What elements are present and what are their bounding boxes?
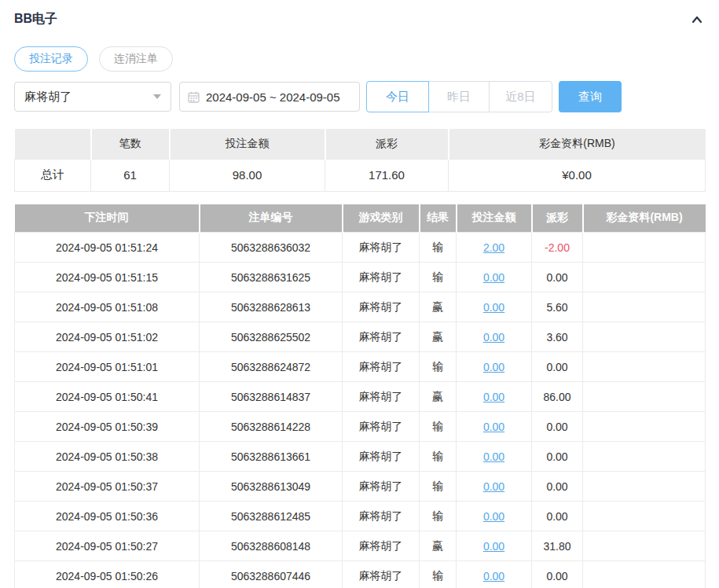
- result-cell: 输: [420, 263, 457, 292]
- bet-amount-link[interactable]: 0.00: [483, 480, 504, 493]
- bet-amount-link[interactable]: 0.00: [483, 421, 504, 433]
- table-row: 2024-09-05 01:51:08 5063288628613 麻将胡了 赢…: [15, 292, 706, 322]
- bonus-cell: [583, 412, 706, 442]
- table-row: 2024-09-05 01:51:01 5063288624872 麻将胡了 输…: [15, 352, 706, 382]
- header-payout: 派彩: [532, 204, 583, 233]
- today-button[interactable]: 今日: [366, 81, 429, 112]
- record-tabs: 投注记录 连消注单: [14, 46, 705, 72]
- payout-cell: 0.00: [532, 442, 583, 472]
- payout-cell: -2.00: [532, 233, 583, 263]
- tab-betting-records[interactable]: 投注记录: [14, 46, 88, 72]
- bonus-cell: [583, 263, 706, 292]
- bet-time-cell: 2024-09-05 01:50:36: [15, 502, 200, 531]
- collapse-button[interactable]: [689, 12, 705, 28]
- header-bet-amount: 投注金额: [457, 204, 532, 233]
- table-row: 2024-09-05 01:51:15 5063288631625 麻将胡了 输…: [15, 263, 706, 292]
- summary-total-label: 总计: [15, 159, 91, 191]
- date-range-picker[interactable]: 2024-09-05 ~ 2024-09-05: [179, 82, 360, 112]
- filter-bar: 麻将胡了 2024-09-05 ~ 2024-09-05 今日 昨日 近8日 查…: [14, 81, 705, 112]
- bet-amount-cell: 0.00: [457, 412, 532, 442]
- game-select[interactable]: 麻将胡了: [14, 82, 171, 112]
- bet-amount-link[interactable]: 0.00: [483, 450, 504, 463]
- bonus-cell: [583, 292, 706, 322]
- bet-records-table: 下注时间 注单编号 游戏类别 结果 投注金额 派彩 彩金资料(RMB) 2024…: [14, 204, 706, 588]
- table-row: 2024-09-05 01:50:26 5063288607446 麻将胡了 输…: [15, 561, 706, 588]
- result-cell: 输: [420, 472, 457, 502]
- bet-time-cell: 2024-09-05 01:50:38: [15, 442, 200, 472]
- result-cell: 赢: [420, 382, 457, 412]
- result-cell: 输: [420, 561, 457, 588]
- order-number-cell: 5063288625502: [200, 322, 343, 352]
- bet-amount-link[interactable]: 0.00: [483, 391, 504, 403]
- order-number-cell: 5063288628613: [200, 292, 343, 322]
- bet-amount-cell: 0.00: [457, 292, 532, 322]
- payout-cell: 0.00: [532, 502, 583, 531]
- order-number-cell: 5063288613661: [200, 442, 343, 472]
- bet-amount-link[interactable]: 0.00: [483, 301, 504, 314]
- bet-time-cell: 2024-09-05 01:50:39: [15, 412, 200, 442]
- order-number-cell: 5063288614837: [200, 382, 343, 412]
- bonus-cell: [583, 472, 706, 502]
- bet-amount-link[interactable]: 0.00: [483, 570, 504, 582]
- result-cell: 赢: [420, 292, 457, 322]
- result-cell: 输: [420, 502, 457, 531]
- game-type-cell: 麻将胡了: [343, 561, 420, 588]
- table-row: 2024-09-05 01:50:27 5063288608148 麻将胡了 赢…: [15, 531, 706, 561]
- calendar-icon: [188, 91, 200, 103]
- order-number-cell: 5063288608148: [200, 531, 343, 561]
- header-bet-time: 下注时间: [15, 204, 200, 233]
- header-game-type: 游戏类别: [343, 204, 420, 233]
- bet-amount-link[interactable]: 0.00: [483, 331, 504, 344]
- bonus-cell: [583, 233, 706, 263]
- game-type-cell: 麻将胡了: [343, 233, 420, 263]
- bet-time-cell: 2024-09-05 01:51:01: [15, 352, 200, 382]
- bet-amount-link[interactable]: 2.00: [483, 241, 504, 254]
- bet-time-cell: 2024-09-05 01:50:37: [15, 472, 200, 502]
- game-type-cell: 麻将胡了: [343, 263, 420, 292]
- bet-amount-cell: 0.00: [457, 352, 532, 382]
- game-type-cell: 麻将胡了: [343, 442, 420, 472]
- bet-time-cell: 2024-09-05 01:51:24: [15, 233, 200, 263]
- bonus-cell: [583, 382, 706, 412]
- summary-header-bonus: 彩金资料(RMB): [449, 129, 706, 159]
- result-cell: 输: [420, 233, 457, 263]
- summary-bonus-value: ¥0.00: [449, 159, 706, 191]
- yesterday-button[interactable]: 昨日: [428, 81, 490, 112]
- query-button[interactable]: 查询: [559, 81, 622, 112]
- bet-time-cell: 2024-09-05 01:51:15: [15, 263, 200, 292]
- header-order-number: 注单编号: [200, 204, 343, 233]
- date-range-value: 2024-09-05 ~ 2024-09-05: [206, 90, 340, 104]
- table-row: 2024-09-05 01:51:02 5063288625502 麻将胡了 赢…: [15, 322, 706, 352]
- bonus-cell: [583, 502, 706, 531]
- summary-count-value: 61: [91, 159, 170, 191]
- payout-cell: 0.00: [532, 561, 583, 588]
- bonus-cell: [583, 561, 706, 588]
- summary-total-row: 总计 61 98.00 171.60 ¥0.00: [15, 159, 706, 191]
- tab-cancelled-orders[interactable]: 连消注单: [99, 46, 173, 72]
- game-type-cell: 麻将胡了: [343, 412, 420, 442]
- result-cell: 输: [420, 442, 457, 472]
- payout-cell: 86.00: [532, 382, 583, 412]
- bet-amount-cell: 0.00: [457, 382, 532, 412]
- summary-bet-amount-value: 98.00: [170, 159, 325, 191]
- order-number-cell: 5063288631625: [200, 263, 343, 292]
- bet-amount-link[interactable]: 0.00: [483, 271, 504, 284]
- bonus-cell: [583, 442, 706, 472]
- payout-cell: 31.80: [532, 531, 583, 561]
- table-row: 2024-09-05 01:51:24 5063288636032 麻将胡了 输…: [15, 233, 706, 263]
- bet-amount-cell: 0.00: [457, 502, 532, 531]
- game-type-cell: 麻将胡了: [343, 322, 420, 352]
- bet-amount-cell: 0.00: [457, 472, 532, 502]
- last-8-days-button[interactable]: 近8日: [489, 81, 552, 112]
- table-row: 2024-09-05 01:50:39 5063288614228 麻将胡了 输…: [15, 412, 706, 442]
- summary-header-blank: [15, 129, 91, 159]
- bet-time-cell: 2024-09-05 01:51:08: [15, 292, 200, 322]
- summary-header-payout: 派彩: [325, 129, 449, 159]
- bet-amount-link[interactable]: 0.00: [483, 361, 504, 373]
- result-cell: 输: [420, 352, 457, 382]
- bet-amount-link[interactable]: 0.00: [483, 540, 504, 553]
- bet-time-cell: 2024-09-05 01:50:41: [15, 382, 200, 412]
- order-number-cell: 5063288613049: [200, 472, 343, 502]
- bet-amount-link[interactable]: 0.00: [483, 510, 504, 523]
- result-cell: 输: [420, 412, 457, 442]
